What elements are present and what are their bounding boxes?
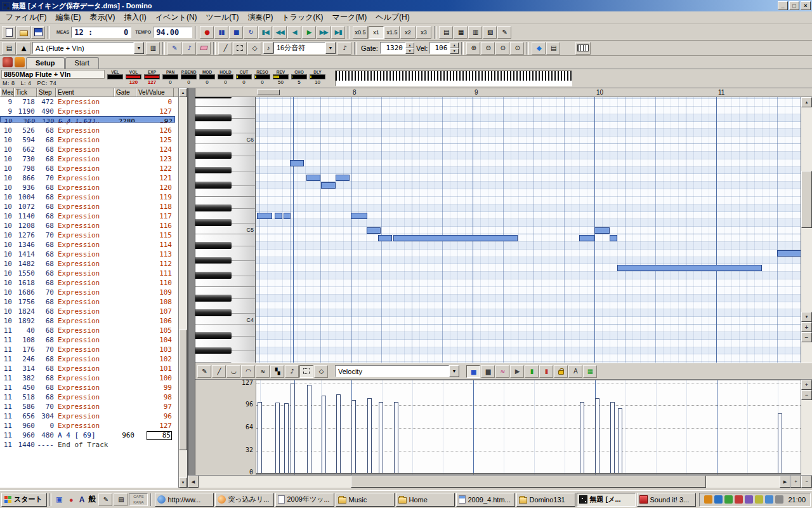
menu-item-9[interactable]: ヘルプ(H): [371, 11, 414, 24]
event-row[interactable]: 1093668Expression120: [0, 183, 174, 192]
piano-key-white[interactable]: [195, 340, 256, 347]
chevron-down-icon[interactable]: ▼: [449, 365, 459, 377]
event-row[interactable]: 1110868Expression104: [0, 335, 174, 345]
note-pen-button[interactable]: ♪: [182, 42, 196, 55]
meter-green-button[interactable]: ▮: [525, 365, 539, 378]
midi-note[interactable]: [610, 235, 617, 241]
menu-item-6[interactable]: 演奏(P): [243, 11, 277, 24]
piano-roll-hscrollbar[interactable]: ◀ ▶ + −: [188, 475, 812, 488]
note-length-selector[interactable]: ♪ 16分音符 ▼: [263, 42, 336, 54]
tray-icon-7[interactable]: [765, 495, 773, 504]
event-row[interactable]: 11960480A 4 [ 69]96085: [0, 431, 174, 440]
grid-view-button[interactable]: ▦: [583, 365, 597, 378]
event-row[interactable]: 10114068Expression117: [0, 211, 174, 221]
minimize-button[interactable]: _: [778, 1, 788, 10]
event-row[interactable]: 10360130G 4 [ 67]228092: [0, 116, 175, 123]
velocity-bar[interactable]: [322, 396, 326, 473]
new-file-button[interactable]: [2, 26, 16, 39]
piano-key-black[interactable]: [195, 182, 256, 189]
piano-key-black[interactable]: [195, 309, 256, 317]
piano-key-black[interactable]: [195, 219, 256, 227]
freehand-tool-button[interactable]: ✎: [197, 365, 211, 378]
chevron-down-icon[interactable]: ▼: [325, 42, 336, 54]
event-row[interactable]: 1066268Expression124: [0, 145, 174, 154]
start-button[interactable]: スタート: [1, 493, 47, 507]
tray-icon-1[interactable]: [704, 495, 712, 504]
piano-key-black[interactable]: [195, 272, 256, 279]
event-row[interactable]: 111440----End of Track: [0, 440, 174, 450]
color-picker-button[interactable]: ◆: [532, 42, 546, 55]
piano-key-black[interactable]: [195, 152, 256, 159]
piano-key-white[interactable]: [195, 122, 256, 130]
taskbar-task[interactable]: Domino131: [516, 493, 575, 507]
piano-key-black[interactable]: [195, 332, 256, 340]
event-row[interactable]: 10100468Expression119: [0, 192, 174, 202]
spin-down-icon[interactable]: ▼: [450, 48, 459, 54]
score-view-button[interactable]: ▥: [468, 26, 482, 39]
curve-view-button[interactable]: ≈: [495, 365, 509, 378]
midi-note[interactable]: [321, 182, 336, 189]
eraser-button[interactable]: [197, 42, 211, 55]
maximize-button[interactable]: □: [789, 1, 799, 10]
select-tool-button[interactable]: [233, 42, 247, 55]
event-row[interactable]: 1073068Expression123: [0, 154, 174, 164]
piano-key-white[interactable]: [195, 144, 256, 152]
bar-view-button[interactable]: ▅: [466, 365, 480, 378]
tray-icon-6[interactable]: [755, 495, 763, 504]
fill-view-button[interactable]: ▆: [481, 365, 495, 378]
piano-key-white[interactable]: [195, 197, 256, 204]
midi-note[interactable]: [367, 227, 381, 234]
tray-icon-5[interactable]: [745, 495, 753, 504]
piano-key-black[interactable]: [195, 204, 256, 212]
velocity-bar[interactable]: [351, 400, 356, 474]
piano-key-white[interactable]: [195, 99, 256, 107]
piano-key-white[interactable]: [195, 324, 256, 332]
event-row[interactable]: 9718472Expression0: [0, 97, 174, 107]
curve-concave-tool-button[interactable]: ◡: [226, 365, 240, 378]
track-mode-icon[interactable]: [3, 57, 13, 67]
event-row[interactable]: 10175668Expression108: [0, 297, 174, 307]
instrument-mode-icon[interactable]: [15, 57, 25, 67]
hzoom-out-button[interactable]: −: [801, 476, 812, 488]
scrollbar-thumb[interactable]: [351, 476, 706, 488]
dot-note-button[interactable]: ♪: [337, 42, 351, 55]
play-button[interactable]: ▶: [302, 26, 316, 39]
menu-item-3[interactable]: 挿入(I): [119, 11, 150, 24]
midi-note[interactable]: [579, 235, 594, 241]
chevron-down-icon[interactable]: ▼: [134, 42, 144, 54]
menu-item-2[interactable]: 表示(V): [85, 11, 119, 24]
velocity-bar[interactable]: [580, 402, 584, 473]
event-row[interactable]: 10127670Expression115: [0, 231, 174, 240]
piano-key-black[interactable]: [195, 114, 256, 122]
menu-item-7[interactable]: トラック(K): [277, 11, 327, 24]
event-row[interactable]: 10161868Expression110: [0, 278, 174, 288]
velocity-bar[interactable]: [275, 403, 280, 473]
piano-key-black[interactable]: [195, 257, 256, 265]
spin-up-icon[interactable]: ▲: [405, 43, 414, 48]
piano-key-white[interactable]: [195, 212, 256, 220]
piano-key-white[interactable]: [195, 354, 256, 362]
print-button[interactable]: ▥: [146, 42, 160, 55]
event-row[interactable]: 1131468Expression101: [0, 364, 174, 373]
note-grid[interactable]: [256, 97, 801, 363]
ime-conversion[interactable]: 般: [87, 494, 97, 505]
track-view-button[interactable]: ▧: [483, 26, 497, 39]
loop-button[interactable]: ↻: [244, 26, 258, 39]
track-selector[interactable]: A1 (Flute + Vln) ▼: [32, 42, 144, 54]
event-row[interactable]: 119600Expression127: [0, 421, 174, 431]
menu-item-8[interactable]: マーク(M): [328, 11, 372, 24]
piano-key-white[interactable]: [195, 107, 256, 114]
event-row[interactable]: 1086670Expression121: [0, 173, 174, 183]
piano-key-black[interactable]: [195, 295, 256, 302]
zoom-in-button[interactable]: +: [801, 380, 812, 390]
velocity-bar[interactable]: [379, 402, 383, 473]
event-row[interactable]: 114068Expression105: [0, 326, 174, 335]
measure-ruler[interactable]: 891011: [256, 88, 801, 97]
velocity-graph[interactable]: [256, 380, 801, 475]
velocity-bar[interactable]: [258, 402, 262, 473]
zoom-preset-x1[interactable]: x1: [369, 26, 384, 39]
scrollbar-thumb[interactable]: [179, 330, 187, 450]
vel-value[interactable]: 106: [429, 42, 450, 54]
menu-item-4[interactable]: イベント(N): [151, 11, 202, 24]
event-row[interactable]: 10148268Expression112: [0, 259, 174, 269]
